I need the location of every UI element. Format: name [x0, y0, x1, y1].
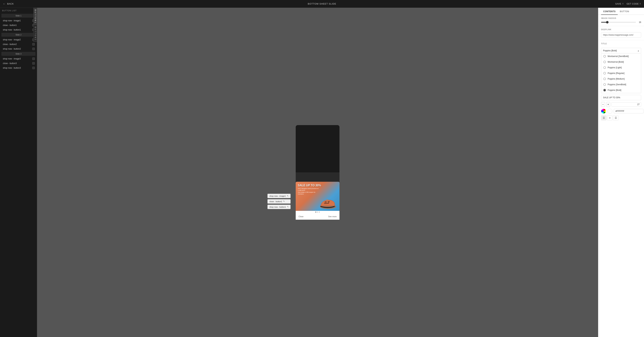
title-section: TITLE Poppins [Bold] ▲ Montserrat [SemiB…	[598, 40, 644, 93]
font-option-poppins-regular[interactable]: Poppins [Regular]	[601, 70, 641, 76]
canvas-area: SALE UP TO 30% Get a designer brand prod…	[37, 8, 598, 337]
text-alignment-row: ☰ ≡ ☰	[601, 115, 641, 120]
radio-poppins-bold	[604, 89, 606, 91]
radio-montserrat-semibold	[604, 55, 606, 57]
image-radius-section: IMAGE RADIUS 16	[598, 15, 644, 26]
deeplink-section: DEEPLINK	[598, 26, 644, 40]
floating-btn-close-button1[interactable]: close - button1 ✎	[268, 199, 290, 204]
align-left-button[interactable]: ☰	[601, 115, 606, 120]
title-section-label: TITLE	[601, 43, 641, 46]
get-code-icon: ⇧	[640, 3, 641, 5]
floating-buttons-panel: shop now - image1 ✎ close - button1 ✎ sh…	[268, 194, 290, 209]
chevron-up-icon: ▲	[638, 50, 639, 52]
checkbox-close-btn2[interactable]	[32, 43, 35, 45]
floating-btn-shop-image1[interactable]: shop now - image1 ✎	[268, 194, 290, 198]
sheet-action-buttons: Close See more	[296, 213, 340, 220]
radio-montserrat-bold	[604, 61, 606, 63]
font-size-decrease[interactable]: −	[601, 102, 605, 107]
top-bar-actions: SAVE ⇧ GET CODE ⇧	[615, 3, 641, 5]
color-hex-input[interactable]	[614, 109, 644, 113]
dot-1	[315, 212, 316, 213]
list-item[interactable]: close - button3	[0, 61, 37, 66]
checkbox-shop-btn2[interactable]	[32, 48, 35, 50]
slide-3-label: Slide 3	[2, 52, 36, 56]
see-more-button[interactable]: See more	[328, 215, 337, 218]
list-item[interactable]: shop now - button1	[0, 27, 37, 32]
close-sheet-button[interactable]: Close	[298, 215, 304, 218]
slider-track[interactable]	[601, 22, 636, 22]
back-arrow-icon: ←	[3, 2, 6, 5]
radio-poppins-medium	[604, 78, 606, 80]
color-picker-row	[601, 109, 641, 114]
font-option-montserrat-semibold[interactable]: Montserrat [SemiBold]	[601, 53, 641, 59]
font-dropdown-list: Montserrat [SemiBold] Montserrat [Bold] …	[601, 53, 641, 93]
page-title: BOTTOM SHEET SLIDE	[308, 2, 336, 5]
list-item[interactable]: shop now - button2	[0, 46, 37, 51]
panel-tabs: CONTENTS BUTTON	[598, 8, 644, 15]
checkbox-close-btn3[interactable]	[32, 62, 35, 64]
title-text-value[interactable]: SALE UP TO 30%	[601, 95, 641, 100]
font-size-increase[interactable]: +	[606, 102, 610, 107]
checkbox-shop-btn3[interactable]	[32, 67, 35, 69]
list-item[interactable]: shop now - button3	[0, 66, 37, 70]
sale-overlay: SALE UP TO 30% Get a designer brand prod…	[298, 184, 321, 195]
radio-poppins-semibold	[604, 83, 606, 86]
edit-icon: ✎	[287, 195, 288, 197]
font-option-poppins-light[interactable]: Poppins [Light]	[601, 65, 641, 70]
radio-poppins-light	[604, 66, 606, 69]
font-option-poppins-medium[interactable]: Poppins [Medium]	[601, 76, 641, 82]
sheet-image: SALE UP TO 30% Get a designer brand prod…	[296, 182, 340, 211]
floating-btn-shop-button1[interactable]: shop now - button1 ✎	[268, 205, 290, 209]
list-item[interactable]: shop now - image1	[0, 18, 37, 23]
selected-font-label: Poppins [Bold]	[603, 49, 617, 52]
slide-2-label: Slide 2	[2, 33, 36, 37]
color-picker-swatch[interactable]	[601, 109, 606, 114]
edit-icon: ✎	[283, 200, 285, 203]
left-sidebar: BUTTON LIST Slide 1 shop now - image1 cl…	[0, 8, 37, 337]
get-code-button[interactable]: GET CODE ⇧	[626, 3, 641, 5]
font-size-input[interactable]	[612, 102, 641, 107]
list-item[interactable]: close - button2	[0, 42, 37, 46]
align-right-button[interactable]: ☰	[613, 115, 618, 120]
align-center-button[interactable]: ≡	[607, 115, 612, 120]
slide-1-label: Slide 1	[2, 14, 36, 18]
main-layout: BUTTON LIST Slide 1 shop now - image1 cl…	[0, 8, 644, 337]
back-label: BACK	[7, 2, 14, 5]
sidebar-header: BUTTON LIST	[0, 8, 37, 13]
phone-mockup: SALE UP TO 30% Get a designer brand prod…	[296, 125, 340, 220]
edit-icon: ✎	[287, 206, 289, 208]
slider-value: 16	[638, 21, 641, 23]
sale-title: SALE UP TO 30%	[298, 184, 321, 187]
button-tab-2[interactable]: B U T T O N 2	[33, 25, 37, 42]
radio-poppins-regular	[604, 72, 606, 74]
slider-thumb[interactable]	[606, 21, 608, 23]
back-button[interactable]: ← BACK	[3, 2, 14, 5]
shoe-illustration	[318, 197, 338, 210]
font-size-stepper: − +	[601, 102, 641, 107]
phone-top	[296, 125, 340, 172]
dot-3	[319, 212, 320, 213]
save-icon: ⇧	[622, 3, 624, 5]
font-option-poppins-semibold[interactable]: Poppins [SemiBold]	[601, 82, 641, 87]
list-item[interactable]: close - button1	[0, 23, 37, 27]
font-option-montserrat-bold[interactable]: Montserrat [Bold]	[601, 59, 641, 65]
slider-fill	[601, 22, 606, 22]
color-toggle-button[interactable]	[608, 109, 612, 114]
button-tabs: B U T T O N 1 B U T T O N 2	[33, 8, 37, 42]
list-item[interactable]: shop now - image2	[0, 37, 37, 42]
checkbox-shop-image3[interactable]	[32, 57, 35, 60]
sale-subtitle: Get a designer brand products at a sale …	[298, 188, 319, 195]
bottom-sheet: SALE UP TO 30% Get a designer brand prod…	[296, 182, 340, 220]
top-bar: ← BACK BOTTOM SHEET SLIDE SAVE ⇧ GET COD…	[0, 0, 644, 8]
tab-contents[interactable]: CONTENTS	[601, 8, 618, 15]
image-radius-slider-row: 16	[601, 21, 641, 23]
tab-button[interactable]: BUTTON	[618, 8, 631, 15]
font-option-poppins-bold[interactable]: Poppins [Bold]	[601, 87, 641, 93]
button-tab-1[interactable]: B U T T O N 1	[33, 8, 37, 25]
deeplink-input[interactable]	[601, 32, 641, 37]
dot-2	[317, 212, 318, 213]
font-dropdown[interactable]: Poppins [Bold] ▲	[601, 48, 641, 53]
sheet-dots	[296, 211, 340, 213]
save-button[interactable]: SAVE ⇧	[615, 3, 624, 5]
list-item[interactable]: shop now - image3	[0, 56, 37, 61]
